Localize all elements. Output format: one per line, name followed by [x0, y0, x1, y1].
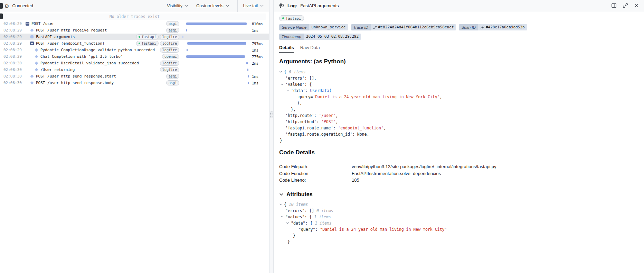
log-diamond-icon [34, 69, 39, 71]
link-icon [481, 26, 484, 29]
duration-bar [247, 69, 248, 71]
panel-divider[interactable] [269, 0, 274, 273]
code-token: 'http.method' [285, 119, 316, 124]
badge: openai [162, 54, 179, 59]
trace-id-pill: Trace ID #e8224d24d41f064b112c6eb9cb58ca… [351, 24, 456, 30]
python-arguments-block: { 6 items'errors': [],'values': {'data':… [279, 69, 638, 144]
chevron-down-icon [279, 192, 284, 197]
trace-label: POST /user http send response.start [36, 74, 116, 79]
code-token: : { [305, 221, 315, 226]
detail-kind-label: Log: [287, 3, 297, 8]
trace-row[interactable]: 02:08:30Pydantic UserDetail validate_jso… [0, 60, 269, 66]
scope-badge-fastapi: fastapi [279, 15, 304, 21]
left-edge-partial-icon [0, 3, 3, 9]
code-function-row: Code Function: FastAPIInstrumentation.so… [279, 170, 638, 177]
settings-gear-icon[interactable]: ⚙ [4, 3, 9, 9]
visibility-label: Visibility [167, 3, 182, 8]
trace-row[interactable]: 02:08:30/User returninglogfire [0, 66, 269, 73]
service-name-pill: Service Name unknown_service [279, 24, 348, 30]
tab-raw-data[interactable]: Raw Data [300, 45, 320, 53]
span-id-value-wrap[interactable]: #428e17a0ea9ad53b [478, 24, 527, 30]
code-line: "data": { 1 items [279, 220, 638, 226]
badge-group: fastapilogfire [134, 41, 182, 46]
duration-bar [248, 82, 249, 84]
trace-label: /User returning [40, 67, 75, 72]
app-root: ⚙ Connected Visibility Custom levels Liv… [0, 0, 644, 273]
trace-row-main: FastAPI argumentsfastapilogfire [25, 34, 182, 39]
section-divider [279, 159, 638, 159]
code-lineno-value: 185 [352, 177, 359, 184]
expand-chevron-icon[interactable] [279, 201, 283, 208]
duration-track [182, 66, 250, 73]
expand-chevron-icon[interactable] [281, 81, 284, 88]
badge-group: asgi [164, 74, 182, 79]
duration-bar [186, 22, 247, 25]
close-icon[interactable] [634, 3, 639, 8]
live-tail-dropdown[interactable]: Live tail [237, 0, 269, 12]
badge-label: fastapi [142, 41, 156, 46]
expand-chevron-icon[interactable] [286, 88, 290, 94]
log-diamond-icon [29, 75, 34, 78]
trace-row[interactable]: 02:08:29POST /user http receive requesta… [0, 27, 269, 34]
tab-details[interactable]: Details [279, 45, 294, 53]
trace-row[interactable]: 02:08:30POST /user http send response.st… [0, 73, 269, 80]
duration-bar [187, 42, 246, 45]
code-token: : [315, 227, 320, 232]
trace-row[interactable]: 02:08:29FastAPI argumentsfastapilogfire [0, 34, 269, 40]
expand-chevron-icon[interactable] [286, 220, 290, 226]
code-token: , [367, 132, 369, 137]
log-diamond-icon [34, 49, 39, 51]
code-token: 0 items [316, 208, 333, 213]
badge: asgi [166, 21, 179, 26]
badge-label: logfire [162, 48, 177, 52]
link-icon[interactable] [623, 3, 628, 8]
trace-row[interactable]: 02:08:29POST /userasgi810ms [0, 20, 269, 27]
code-token: }, [291, 107, 296, 112]
trace-row[interactable]: 02:08:30POST /user http send response.bo… [0, 80, 269, 86]
trace-timestamp: 02:08:30 [3, 67, 25, 72]
code-token: : [] [304, 208, 316, 213]
trace-row[interactable]: 02:08:29Pydantic CompletionUsage validat… [0, 47, 269, 53]
visibility-dropdown[interactable]: Visibility [167, 3, 188, 8]
trace-label: Pydantic CompletionUsage validate_python… [40, 48, 155, 52]
duration-label: 2ms [250, 61, 269, 65]
duration-bar [186, 29, 187, 31]
span-id-label: Span ID [459, 24, 478, 30]
arguments-heading: Arguments: (as Python) [279, 58, 638, 65]
span-id-value: #428e17a0ea9ad53b [486, 24, 525, 30]
expand-chevron-icon[interactable] [279, 69, 283, 75]
duration-label: 1ms [250, 48, 269, 52]
code-filepath-row: Code Filepath: venv/lib/python3.12/site-… [279, 163, 638, 170]
panel-layout-icon[interactable] [611, 3, 617, 8]
trace-label: POST /user http receive request [36, 28, 107, 33]
duration-label: 1ms [250, 81, 269, 85]
trace-timestamp: 02:08:30 [3, 81, 25, 85]
trace-id-value-wrap[interactable]: #e8224d24d41f064b112c6eb9cb58cacf [371, 24, 456, 30]
code-token: } [293, 233, 295, 238]
span-collapse-icon[interactable] [29, 42, 34, 45]
code-token: : [316, 119, 321, 124]
trace-id-value: #e8224d24d41f064b112c6eb9cb58cacf [378, 24, 454, 30]
badge-group: logfire [158, 67, 182, 72]
code-token: { [284, 70, 289, 74]
badge-label: fastapi [142, 35, 156, 39]
attributes-heading[interactable]: Attributes [279, 191, 638, 198]
panel-resize-handle[interactable] [270, 111, 273, 118]
code-token: } [280, 138, 282, 143]
code-line: } [279, 233, 638, 239]
trace-label: POST /user [31, 21, 54, 26]
trace-label: FastAPI arguments [36, 35, 75, 39]
trace-row[interactable]: 02:08:29Chat Completion with 'gpt-3.5-tu… [0, 53, 269, 60]
trace-row[interactable]: 02:08:29POST /user (endpoint_function)fa… [0, 40, 269, 47]
attributes-json-block: { 10 items"errors": [] 0 items"values": … [279, 201, 638, 245]
badge: logfire [160, 41, 179, 46]
span-collapse-icon[interactable] [25, 22, 30, 26]
code-line: 'http.method': 'POST', [279, 119, 638, 125]
duration-track [182, 47, 250, 53]
badge-label: asgi [169, 81, 177, 85]
custom-levels-dropdown[interactable]: Custom levels [196, 3, 229, 8]
trace-id-label: Trace ID [351, 24, 371, 30]
code-token: : [314, 113, 319, 118]
expand-chevron-icon[interactable] [281, 214, 284, 220]
code-token: : [352, 132, 357, 137]
